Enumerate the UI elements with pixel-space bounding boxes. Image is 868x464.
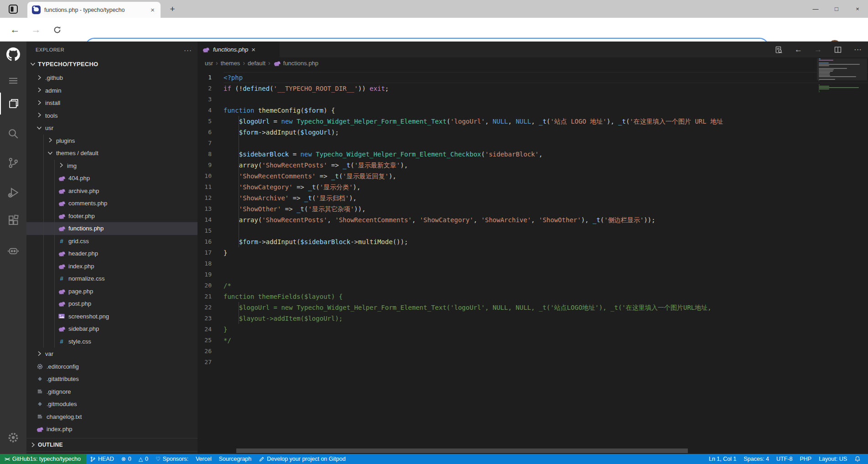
- tree-item-usr[interactable]: usr: [26, 122, 198, 135]
- code-line-20[interactable]: 20/*: [198, 280, 868, 291]
- menu-icon[interactable]: [0, 70, 26, 92]
- tree-item-img[interactable]: img: [26, 160, 198, 172]
- explorer-icon[interactable]: [0, 93, 26, 115]
- settings-gear-icon[interactable]: [0, 427, 26, 448]
- status-pencil[interactable]: Develop your project on Gitpod: [255, 454, 349, 464]
- tree-item-index.php[interactable]: index.php: [26, 260, 198, 273]
- code-line-18[interactable]: 18: [198, 258, 868, 269]
- split-editor-icon[interactable]: [834, 46, 842, 54]
- status-heart[interactable]: ♡Sponsors:: [152, 454, 192, 464]
- breadcrumb-item-usr[interactable]: usr: [205, 60, 213, 67]
- code-line-1[interactable]: 1<?php: [198, 72, 868, 83]
- forward-button[interactable]: →: [29, 23, 43, 36]
- more-actions-icon[interactable]: ···: [854, 45, 862, 54]
- source-control-icon[interactable]: [0, 152, 26, 174]
- code-line-2[interactable]: 2if (!defined('__TYPECHO_ROOT_DIR__')) e…: [198, 83, 868, 94]
- refresh-button[interactable]: [50, 23, 64, 36]
- code-line-14[interactable]: 14 array('ShowRecentPosts', 'ShowRecentC…: [198, 214, 868, 225]
- status-vercel[interactable]: Vercel: [192, 454, 215, 464]
- code-line-23[interactable]: 23 $layout->addItem($logoUrl);: [198, 313, 868, 324]
- back-button[interactable]: ←: [8, 23, 22, 36]
- status-warning[interactable]: △0: [135, 454, 152, 464]
- code-line-26[interactable]: 26: [198, 346, 868, 357]
- tab-actions-icon[interactable]: [7, 3, 19, 15]
- tree-item-themes-default[interactable]: themes / default: [26, 147, 198, 160]
- code-line-13[interactable]: 13 'ShowOther' => _t('显示其它杂项')),: [198, 203, 868, 214]
- breadcrumb-item-default[interactable]: default: [248, 60, 265, 67]
- copilot-robot-icon[interactable]: [0, 240, 26, 262]
- status-bell[interactable]: [851, 454, 864, 464]
- tree-item-.gitignore[interactable]: .gitignore: [26, 386, 198, 398]
- back-icon[interactable]: ←: [795, 45, 802, 54]
- tab-close-icon[interactable]: ×: [149, 6, 156, 14]
- status-spaces-4[interactable]: Spaces: 4: [740, 454, 773, 464]
- tree-item-.editorconfig[interactable]: .editorconfig: [26, 360, 198, 373]
- search-icon[interactable]: [0, 123, 26, 145]
- code-line-6[interactable]: 6 $form->addInput($logoUrl);: [198, 127, 868, 138]
- tree-item-404.php[interactable]: 404.php: [26, 172, 198, 185]
- code-line-24[interactable]: 24}: [198, 324, 868, 335]
- code-line-4[interactable]: 4function themeConfig($form) {: [198, 105, 868, 116]
- breadcrumb-item-functions.php[interactable]: functions.php: [273, 59, 318, 67]
- code-line-9[interactable]: 9 array('ShowRecentPosts' => _t('显示最新文章'…: [198, 160, 868, 171]
- remote-indicator[interactable]: >< GitHub1s: typecho/typecho: [0, 454, 86, 464]
- tree-item-admin[interactable]: admin: [26, 84, 198, 97]
- find-in-file-icon[interactable]: [774, 46, 783, 54]
- extensions-icon[interactable]: [0, 209, 26, 231]
- browser-tab[interactable]: functions.php - typecho/typecho ×: [27, 2, 161, 18]
- code-line-15[interactable]: 15: [198, 225, 868, 236]
- code-line-8[interactable]: 8 $sidebarBlock = new Typecho_Widget_Hel…: [198, 149, 868, 160]
- code-line-11[interactable]: 11 'ShowCategory' => _t('显示分类'),: [198, 182, 868, 193]
- code-line-7[interactable]: 7: [198, 138, 868, 149]
- run-debug-icon[interactable]: [0, 182, 26, 203]
- explorer-more-actions-icon[interactable]: ···: [184, 46, 192, 54]
- tree-item-install[interactable]: install: [26, 97, 198, 109]
- tree-item-plugins[interactable]: plugins: [26, 135, 198, 147]
- tab-close-icon[interactable]: ×: [251, 46, 255, 53]
- tree-item-page.php[interactable]: page.php: [26, 285, 198, 298]
- tree-item-normalize.css[interactable]: #normalize.css: [26, 272, 198, 285]
- tree-item-style.css[interactable]: #style.css: [26, 335, 198, 348]
- breadcrumb-item-themes[interactable]: themes: [221, 60, 240, 67]
- tree-item-.github[interactable]: .github: [26, 72, 198, 84]
- tree-item-sidebar.php[interactable]: sidebar.php: [26, 323, 198, 335]
- repo-section-header[interactable]: TYPECHO/TYPECHO: [26, 58, 198, 70]
- status-layout-us[interactable]: Layout: US: [815, 454, 851, 464]
- minimize-button[interactable]: —: [805, 0, 826, 18]
- tree-item-changelog.txt[interactable]: changelog.txt: [26, 411, 198, 423]
- horizontal-scrollbar[interactable]: [236, 448, 688, 453]
- new-tab-button[interactable]: +: [167, 4, 178, 15]
- code-line-25[interactable]: 25*/: [198, 335, 868, 346]
- code-editor[interactable]: 1<?php2if (!defined('__TYPECHO_ROOT_DIR_…: [198, 68, 868, 454]
- minimap[interactable]: [817, 58, 867, 80]
- code-line-22[interactable]: 22 $logoUrl = new Typecho_Widget_Helper_…: [198, 302, 868, 313]
- maximize-button[interactable]: □: [826, 0, 847, 18]
- tree-item-index.php[interactable]: index.php: [26, 423, 198, 436]
- tree-item-.gitattributes[interactable]: .gitattributes: [26, 373, 198, 386]
- code-line-10[interactable]: 10 'ShowRecentComments' => _t('显示最近回复'),: [198, 171, 868, 182]
- code-line-5[interactable]: 5 $logoUrl = new Typecho_Widget_Helper_F…: [198, 116, 868, 127]
- tree-item-archive.php[interactable]: archive.php: [26, 185, 198, 198]
- tree-item-comments.php[interactable]: comments.php: [26, 197, 198, 210]
- tree-item-functions.php[interactable]: functions.php: [26, 222, 198, 235]
- code-line-16[interactable]: 16 $form->addInput($sidebarBlock->multiM…: [198, 236, 868, 247]
- code-line-27[interactable]: 27: [198, 357, 868, 368]
- editor-tab-functions-php[interactable]: functions.php ×: [198, 42, 280, 57]
- tree-item-screenshot.png[interactable]: screenshot.png: [26, 310, 198, 323]
- github-logo-icon[interactable]: [0, 43, 26, 65]
- tree-item-.gitmodules[interactable]: .gitmodules: [26, 398, 198, 411]
- tree-item-tools[interactable]: tools: [26, 109, 198, 122]
- forward-icon[interactable]: →: [814, 45, 822, 54]
- tree-item-post.php[interactable]: post.php: [26, 297, 198, 310]
- status-utf-8[interactable]: UTF-8: [773, 454, 796, 464]
- code-line-17[interactable]: 17}: [198, 247, 868, 258]
- status-branch[interactable]: HEAD: [86, 454, 118, 464]
- code-line-3[interactable]: 3: [198, 94, 868, 105]
- code-line-12[interactable]: 12 'ShowArchive' => _t('显示归档'),: [198, 193, 868, 203]
- outline-section-header[interactable]: OUTLINE: [26, 438, 198, 452]
- status-sourcegraph[interactable]: Sourcegraph: [215, 454, 255, 464]
- tree-item-header.php[interactable]: header.php: [26, 247, 198, 260]
- code-line-19[interactable]: 19: [198, 269, 868, 280]
- status-php[interactable]: PHP: [796, 454, 815, 464]
- tree-item-footer.php[interactable]: footer.php: [26, 210, 198, 223]
